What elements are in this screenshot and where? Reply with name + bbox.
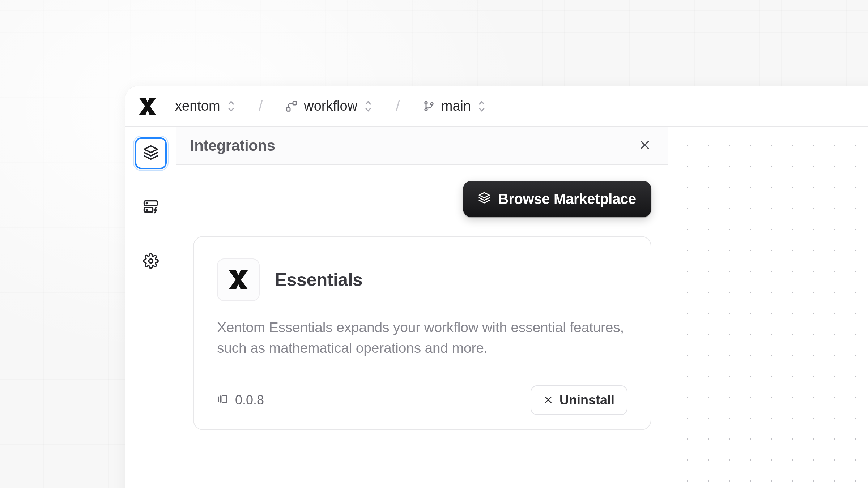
app-body: Integrations — [125, 127, 868, 488]
layers-icon — [478, 191, 490, 207]
app-logo — [137, 96, 158, 116]
uninstall-button-label: Uninstall — [559, 393, 614, 408]
breadcrumb-separator: / — [248, 98, 274, 115]
panel-toolbar: Browse Marketplace — [193, 181, 651, 217]
version-icon — [217, 393, 228, 408]
panel-close-button[interactable] — [635, 136, 654, 155]
close-icon — [544, 393, 553, 408]
integration-version-text: 0.0.8 — [235, 393, 264, 408]
svg-point-8 — [146, 202, 147, 204]
git-branch-icon — [423, 100, 435, 112]
svg-rect-1 — [293, 101, 296, 104]
workflow-icon — [286, 100, 297, 112]
integration-name: Essentials — [275, 269, 362, 290]
app-window: xentom / workflow — [125, 86, 868, 488]
close-icon — [639, 139, 651, 153]
integration-description: Xentom Essentials expands your workflow … — [217, 317, 627, 359]
rail-servers[interactable] — [135, 192, 167, 223]
integration-card-header: Essentials — [217, 258, 627, 301]
panel-body: Browse Marketplace Essentials Xentom Ess… — [176, 165, 668, 446]
breadcrumb-project-label: workflow — [304, 98, 357, 114]
svg-marker-13 — [479, 193, 489, 198]
breadcrumb-branch-label: main — [441, 98, 471, 114]
breadcrumb-org[interactable]: xentom — [170, 95, 241, 117]
chevron-updown-icon — [364, 100, 373, 113]
chevron-updown-icon — [477, 100, 486, 113]
server-bolt-icon — [143, 199, 159, 216]
breadcrumb: xentom / workflow — [170, 95, 491, 117]
breadcrumb-separator: / — [385, 98, 411, 115]
svg-rect-7 — [144, 207, 153, 212]
svg-point-9 — [146, 209, 147, 210]
svg-point-10 — [149, 259, 153, 263]
integration-card-footer: 0.0.8 Uninstall — [217, 385, 627, 415]
breadcrumb-branch[interactable]: main — [418, 95, 491, 117]
workflow-canvas[interactable] — [668, 127, 868, 488]
integration-card-essentials: Essentials Xentom Essentials expands you… — [193, 236, 651, 430]
integration-icon — [217, 258, 260, 301]
panel-header: Integrations — [176, 127, 668, 165]
side-rail — [125, 127, 176, 488]
breadcrumb-project[interactable]: workflow — [281, 95, 378, 117]
rail-settings[interactable] — [135, 246, 167, 278]
svg-rect-14 — [222, 395, 227, 403]
svg-marker-5 — [144, 146, 157, 153]
breadcrumb-org-label: xentom — [175, 98, 220, 114]
panel-title: Integrations — [190, 137, 275, 154]
rail-integrations[interactable] — [135, 137, 167, 169]
browse-marketplace-label: Browse Marketplace — [498, 191, 636, 207]
layers-icon — [143, 145, 159, 162]
uninstall-button[interactable]: Uninstall — [531, 385, 627, 415]
integrations-panel: Integrations — [176, 127, 668, 488]
browse-marketplace-button[interactable]: Browse Marketplace — [463, 181, 651, 217]
gear-icon — [143, 253, 159, 270]
integration-version: 0.0.8 — [217, 393, 264, 408]
chevron-updown-icon — [227, 100, 235, 113]
top-bar: xentom / workflow — [125, 86, 868, 127]
